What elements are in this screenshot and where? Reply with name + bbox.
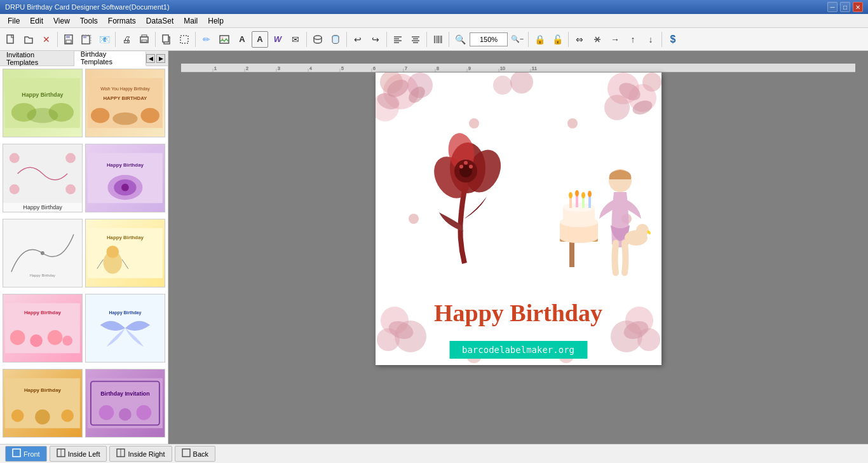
text-button[interactable]: A (234, 31, 250, 48)
align-left-button[interactable] (390, 31, 406, 48)
tab-back[interactable]: Back (175, 446, 215, 462)
svg-point-121 (567, 118, 578, 128)
menu-file[interactable]: File (3, 15, 25, 27)
flip-h-button[interactable]: ⇔ (571, 31, 588, 48)
back-icon (182, 448, 191, 459)
tab-inside-left-label: Inside Left (68, 450, 100, 458)
menu-edit[interactable]: Edit (25, 15, 48, 27)
print-button[interactable]: 🖨 (118, 31, 135, 48)
move-right-button[interactable]: → (607, 31, 623, 48)
tab-inside-left[interactable]: Inside Left (50, 446, 107, 462)
barcode-button[interactable] (430, 31, 446, 48)
dollar-button[interactable]: $ (665, 31, 681, 48)
minimize-button[interactable]: ─ (827, 2, 837, 12)
template-card-9[interactable]: Happy Birthday (3, 369, 83, 438)
email-button[interactable]: 📧 (96, 31, 112, 48)
align-center-button[interactable] (407, 31, 424, 48)
menu-help[interactable]: Help (203, 15, 229, 27)
front-icon (12, 448, 21, 459)
close-doc-button[interactable]: ✕ (38, 31, 55, 48)
inside-left-icon (57, 448, 65, 459)
svg-rect-80 (181, 64, 855, 73)
svg-text:8: 8 (437, 66, 439, 71)
template-card-8[interactable]: Happy Birthday (85, 294, 165, 363)
zoom-control: 🔍 150% 🔍− (452, 31, 526, 48)
image-button[interactable] (216, 31, 233, 48)
move-down-button[interactable]: ↓ (642, 31, 659, 48)
template-card-3[interactable]: Happy Birthday (3, 144, 83, 212)
template-card-2[interactable]: Wish You Happy Birthday HAPPY BIRTHDAY (85, 69, 165, 137)
text-box-button[interactable]: A (252, 31, 268, 48)
menu-bar: File Edit View Tools Formats DataSet Mai… (0, 14, 868, 28)
svg-rect-161 (13, 449, 20, 457)
flip-v-button[interactable] (589, 31, 606, 48)
menu-dataset[interactable]: DataSet (141, 15, 179, 27)
close-button[interactable]: ✕ (853, 2, 863, 12)
redo-button[interactable]: ↪ (367, 31, 384, 48)
zoom-in-button[interactable]: 🔍 (452, 31, 468, 48)
svg-point-46 (65, 184, 76, 195)
tab-front-label: Front (24, 450, 40, 458)
svg-point-117 (642, 73, 661, 92)
template-card-6[interactable]: Happy Birthday (85, 219, 165, 287)
sep4 (195, 32, 196, 47)
sep7 (386, 32, 387, 47)
select-all-button[interactable] (176, 31, 193, 48)
svg-point-40 (141, 108, 159, 123)
save-as-button[interactable] (78, 31, 95, 48)
svg-rect-5 (83, 36, 86, 38)
tab-next-button[interactable]: ▶ (156, 54, 165, 63)
svg-point-39 (91, 108, 109, 123)
template-card-1[interactable]: Happy Birthday (3, 69, 83, 137)
menu-view[interactable]: View (48, 15, 75, 27)
new-button[interactable] (3, 31, 19, 48)
move-up-button[interactable]: ↑ (625, 31, 641, 48)
main-layout: Invitation Templates Birthday Templates … (0, 51, 868, 444)
print-preview-button[interactable] (136, 31, 153, 48)
tab-prev-button[interactable]: ◀ (146, 54, 155, 63)
toolbar: ✕ 📧 🖨 ✏ A A W ✉ ↩ ↪ 🔍 (0, 28, 868, 51)
svg-point-63 (10, 330, 25, 345)
svg-text:11: 11 (532, 66, 537, 71)
svg-text:Happy Birthday: Happy Birthday (107, 235, 144, 240)
menu-formats[interactable]: Formats (103, 15, 141, 27)
unlock-button[interactable]: 🔓 (549, 31, 566, 48)
svg-rect-25 (434, 36, 435, 43)
template-card-10[interactable]: Birthday Invitation (85, 369, 165, 438)
tab-inside-right[interactable]: Inside Right (109, 446, 172, 462)
save-button[interactable] (60, 31, 77, 48)
maximize-button[interactable]: □ (840, 2, 850, 12)
zoom-input[interactable]: 150% (470, 32, 508, 46)
ruler-horizontal: 1 2 3 4 5 6 7 8 9 10 11 (181, 64, 855, 73)
tab-back-label: Back (193, 450, 208, 458)
zoom-out-button[interactable]: 🔍− (509, 31, 526, 48)
draw-button[interactable]: ✏ (198, 31, 215, 48)
tab-invitation[interactable]: Invitation Templates (0, 51, 74, 66)
svg-point-77 (99, 405, 114, 420)
db2-button[interactable] (327, 31, 344, 48)
tab-birthday[interactable]: Birthday Templates (74, 52, 146, 66)
template-card-4[interactable]: Happy Birthday (85, 144, 165, 212)
svg-point-156 (581, 192, 585, 198)
email2-button[interactable]: ✉ (287, 31, 304, 48)
menu-tools[interactable]: Tools (75, 15, 103, 27)
lock-button[interactable]: 🔒 (531, 31, 548, 48)
open-button[interactable] (20, 31, 37, 48)
svg-text:7: 7 (405, 66, 407, 71)
menu-mail[interactable]: Mail (179, 15, 203, 27)
tab-inside-right-label: Inside Right (128, 450, 165, 458)
svg-point-58 (107, 245, 119, 258)
svg-point-35 (27, 108, 58, 123)
template-card-5[interactable]: Happy Birthday (3, 219, 83, 287)
undo-button[interactable]: ↩ (349, 31, 366, 48)
sep6 (346, 32, 347, 47)
copy-button[interactable] (158, 31, 175, 48)
template-card-7[interactable]: Happy Birthday (3, 294, 83, 363)
word-art-button[interactable]: W (269, 31, 286, 48)
tab-front[interactable]: Front (5, 446, 47, 462)
db-table-button[interactable] (309, 31, 326, 48)
svg-point-157 (588, 191, 592, 197)
svg-point-54 (41, 251, 44, 255)
canvas-area: 1 2 3 4 5 6 7 8 9 10 11 (168, 51, 868, 444)
svg-point-66 (62, 336, 72, 346)
